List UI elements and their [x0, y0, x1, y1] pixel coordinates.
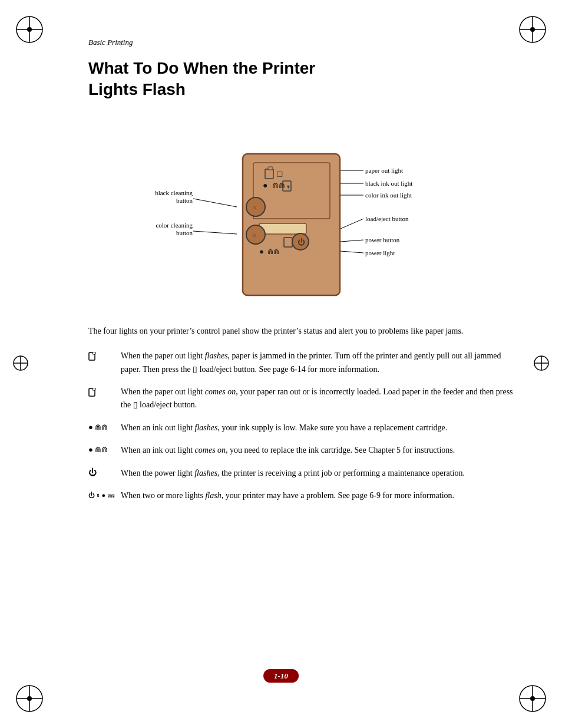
- svg-text:▼: ▼: [286, 184, 291, 190]
- side-mark-right: [533, 351, 550, 377]
- paper-flash-text: When the paper out light flashes, paper …: [121, 350, 515, 376]
- info-item-paper-on: When the paper out light comes on, your …: [88, 386, 515, 412]
- svg-text:button: button: [176, 229, 193, 236]
- bottom-center-mark: [0, 0, 281, 20]
- ink-flash-text: When an ink out light flashes, your ink …: [121, 421, 447, 434]
- power-light-label: power light: [365, 249, 395, 256]
- svg-line-46: [340, 219, 363, 229]
- corner-mark-bl: [12, 681, 47, 716]
- ink-on-text: When an ink out light comes on, you need…: [121, 444, 455, 457]
- power-button-label: power button: [365, 236, 400, 243]
- ink-flash-icon: ● ⋒⋒: [88, 421, 121, 432]
- side-mark-left: [12, 351, 29, 377]
- svg-text:◻: ◻: [276, 169, 283, 178]
- black-ink-out-label: black ink out light: [365, 180, 412, 187]
- svg-text:button: button: [176, 197, 193, 204]
- multi-flash-text: When two or more lights flash, your prin…: [121, 489, 454, 502]
- svg-text:○: ○: [252, 204, 256, 211]
- description-text: The four lights on your printer’s contro…: [88, 325, 515, 338]
- page-number: 1-10: [263, 669, 299, 683]
- diagram-svg: black cleaning button color cleaning but…: [101, 124, 502, 301]
- svg-line-26: [193, 199, 237, 207]
- black-cleaning-label: black cleaning: [155, 189, 193, 196]
- corner-mark-tr: [515, 12, 550, 47]
- info-item-multi-flash: ⏻ ▯ ● ⋒⋒ When two or more lights flash, …: [88, 489, 515, 502]
- svg-rect-31: [268, 167, 273, 170]
- info-item-power-flash: ⏻ When the power light flashes, the prin…: [88, 467, 515, 480]
- paper-on-text: When the paper out light comes on, your …: [121, 386, 515, 412]
- svg-line-28: [193, 231, 237, 234]
- svg-text:●: ●: [259, 247, 264, 256]
- paper-on-icon: [88, 386, 121, 397]
- multi-flash-icon: ⏻ ▯ ● ⋒⋒: [88, 489, 121, 500]
- power-flash-icon: ⏻: [88, 467, 121, 477]
- section-label: Basic Printing: [88, 38, 515, 47]
- ink-on-icon: ● ⋒⋒: [88, 444, 121, 454]
- svg-line-47: [340, 240, 363, 242]
- page-title: What To Do When the Printer Lights Flash: [88, 58, 515, 101]
- page-content: Basic Printing What To Do When the Print…: [47, 20, 515, 502]
- svg-text:⏻: ⏻: [297, 238, 305, 246]
- svg-text:●: ●: [263, 181, 267, 190]
- paper-flash-icon: [88, 350, 121, 361]
- load-eject-label: load/eject button: [365, 215, 409, 222]
- svg-text:○: ○: [252, 232, 256, 239]
- info-item-ink-on: ● ⋒⋒ When an ink out light comes on, you…: [88, 444, 515, 457]
- svg-rect-50: [92, 352, 95, 354]
- corner-mark-br: [515, 681, 550, 716]
- paper-out-label: paper out light: [365, 167, 403, 174]
- color-ink-out-label: color ink out light: [365, 192, 412, 199]
- printer-diagram: black cleaning button color cleaning but…: [88, 118, 515, 307]
- color-cleaning-label: color cleaning: [156, 222, 193, 229]
- load-eject-button: [259, 223, 306, 234]
- power-flash-text: When the power light flashes, the printe…: [121, 467, 465, 480]
- svg-text:⋒⋒: ⋒⋒: [267, 248, 279, 256]
- info-list: When the paper out light flashes, paper …: [88, 350, 515, 502]
- svg-rect-52: [92, 388, 95, 390]
- info-item-ink-flash: ● ⋒⋒ When an ink out light flashes, your…: [88, 421, 515, 434]
- info-item-paper-flash: When the paper out light flashes, paper …: [88, 350, 515, 376]
- page-number-container: 1-10: [263, 670, 299, 681]
- svg-line-48: [340, 251, 363, 253]
